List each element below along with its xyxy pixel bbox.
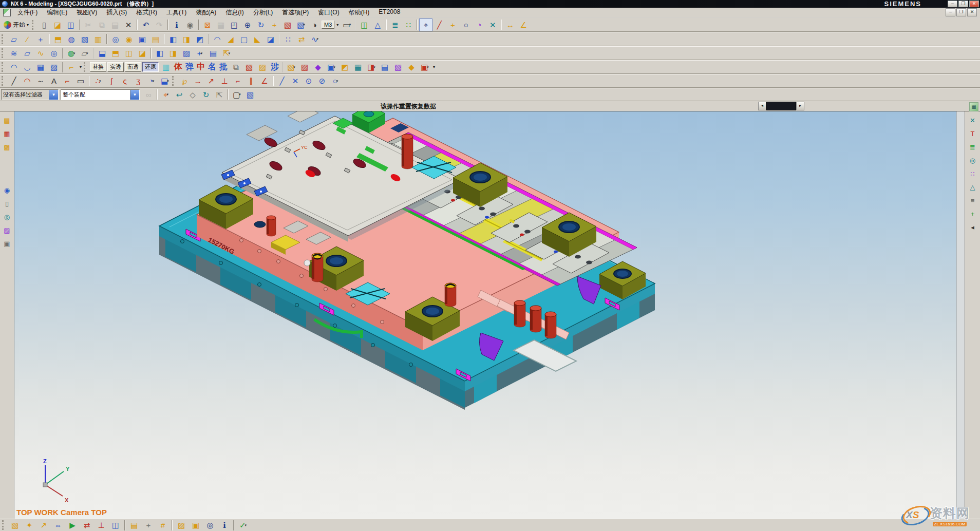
studio-surface-icon[interactable]: ▨ (47, 61, 61, 73)
thicken-icon[interactable]: ⬒ (109, 47, 122, 60)
close-window-icon[interactable]: ⊠ (201, 18, 214, 31)
palette-tab-icon[interactable]: ▨ (2, 224, 13, 236)
measure-distance-icon[interactable]: ↔ (503, 18, 517, 31)
list-rows-tab-icon[interactable]: ≣ (967, 141, 978, 153)
sketch-line-icon[interactable]: ╱ (275, 74, 289, 87)
scrollbar-thumb[interactable] (766, 102, 796, 110)
redo-icon[interactable]: ↷ (153, 18, 166, 31)
transform-icon[interactable]: △ (371, 18, 384, 31)
menu-item[interactable]: 编辑(E) (42, 8, 72, 17)
shell-icon[interactable]: ▢ (237, 33, 251, 46)
doc-restore-button[interactable]: ❐ (956, 8, 966, 16)
chamfer-icon[interactable]: ◢ (224, 33, 237, 46)
pyramid-tab-icon[interactable]: △ (967, 181, 978, 193)
rings-tab-icon[interactable]: ◎ (967, 155, 978, 166)
add-component-icon[interactable]: ▧ (8, 519, 22, 531)
draft-icon[interactable]: ◣ (251, 33, 264, 46)
edge-blend-icon[interactable]: ◠ (211, 33, 224, 46)
doc-close-button[interactable]: ✕ (967, 8, 977, 16)
corner-icon[interactable]: ⌐ (61, 74, 74, 87)
text-tool-tab-icon[interactable]: T (967, 128, 978, 139)
extrude-icon[interactable]: ⬒ (51, 33, 65, 46)
datum-csys-icon[interactable]: + (34, 33, 47, 46)
selection-scope-combo[interactable]: 整个装配 ▼ (61, 89, 140, 100)
green-plus-tab-icon[interactable]: + (967, 208, 978, 219)
display-cube-7-icon[interactable]: ◨▾ (365, 61, 378, 73)
clearance-analysis-icon[interactable]: ◎ (203, 519, 217, 531)
marquee-select-icon[interactable]: ▢▾ (230, 88, 243, 101)
info-window-icon[interactable]: ℹ (170, 18, 183, 31)
display-cube-6-icon[interactable]: ▦ (351, 61, 365, 73)
solid-transparent-button[interactable]: 实透 (107, 62, 124, 72)
revolve-icon[interactable]: ◍ (65, 33, 78, 46)
bounded-plane-icon[interactable]: ◠ (7, 61, 21, 73)
roles-tab-icon[interactable]: ▣ (2, 238, 13, 249)
clip-section-icon[interactable]: ▦ (969, 102, 978, 111)
datum-plane-icon[interactable]: ▱ (7, 33, 21, 46)
menu-item[interactable]: 信息(I) (221, 8, 248, 17)
display-cube-8-icon[interactable]: ▤ (378, 61, 391, 73)
zoom-in-icon[interactable]: ⊕ (241, 18, 254, 31)
snap-circle-icon[interactable]: ○ (459, 18, 473, 31)
snap-point-icon[interactable]: ⌖ (419, 18, 432, 31)
four-point-surface-icon[interactable]: ▦ (34, 61, 47, 73)
face-stripes-icon[interactable]: ▥ (159, 61, 173, 73)
text-icon[interactable]: A (47, 74, 61, 87)
toolbar-grip[interactable] (84, 62, 88, 72)
display-cube-5-icon[interactable]: ◩ (338, 61, 351, 73)
selection-filter-combo[interactable]: 没有选择过滤器 ▼ (1, 89, 59, 100)
link-icon[interactable]: ∞ (142, 88, 155, 101)
menu-item[interactable]: 分析(L) (249, 8, 278, 17)
fillet-curve-icon[interactable]: ʒ (131, 74, 145, 87)
variant-icon[interactable]: ▣ (189, 519, 203, 531)
menu-item[interactable]: 插入(S) (102, 8, 131, 17)
datum-axis-icon[interactable]: ∕ (21, 33, 34, 46)
exploded-views-icon[interactable]: ▤ (127, 519, 141, 531)
point-set-icon[interactable]: ∴▾ (91, 74, 105, 87)
face-transparent-button[interactable]: 面透 (125, 62, 141, 72)
remember-constraints-icon[interactable]: ◫ (108, 519, 123, 531)
measure-angle-icon[interactable]: ∠ (517, 18, 530, 31)
toolbar-grip[interactable] (172, 76, 176, 86)
move-component-icon[interactable]: ↗ (36, 519, 51, 531)
batch-button[interactable]: 批 (218, 62, 229, 72)
pan-cube-icon[interactable]: ⇱ (213, 88, 226, 101)
sew-icon[interactable]: ◫ (122, 47, 136, 60)
assembly-structure-icon[interactable]: ∷ (402, 18, 415, 31)
toolbar-grip[interactable] (2, 76, 6, 86)
circle-center-icon[interactable]: ⊙ (302, 74, 315, 87)
unite-icon[interactable]: ◧ (166, 33, 180, 46)
menu-item[interactable]: 首选项(P) (277, 8, 313, 17)
arrangements-icon[interactable]: # (156, 519, 170, 531)
pan-view-icon[interactable]: + (268, 18, 281, 31)
display-cube-11-icon[interactable]: ▣▾ (418, 61, 431, 73)
restore-button[interactable]: ❐ (958, 1, 968, 7)
copy-icon[interactable]: ⧉ (95, 18, 108, 31)
toolbar-grip[interactable] (32, 20, 36, 30)
vertical-scrollbar[interactable] (956, 111, 965, 519)
open-icon[interactable]: ◪ (51, 18, 64, 31)
display-cube-9-icon[interactable]: ▧ (391, 61, 405, 73)
project-curve-icon[interactable]: ⬓▾ (158, 74, 172, 87)
assembly-info-icon[interactable]: ℹ (217, 519, 232, 531)
undo-icon[interactable]: ↶ (139, 18, 153, 31)
replace-button[interactable]: 替换 (90, 62, 106, 72)
wave-geometry-linker-icon[interactable]: + (141, 519, 156, 531)
selection-filter-dropdown-icon[interactable]: ▼ (49, 90, 58, 100)
hole-icon[interactable]: ◎ (109, 33, 122, 46)
toolbar-grip[interactable] (2, 48, 6, 58)
snap-endpoint-icon[interactable]: ╱ (432, 18, 446, 31)
name-button[interactable]: 名 (206, 62, 218, 72)
assembly-constraints-icon[interactable]: ⊥ (94, 519, 108, 531)
display-cube-3-icon[interactable]: ◆ (311, 61, 325, 73)
undo-selection-icon[interactable]: ↩ (173, 88, 186, 101)
synchronous-modeling-icon[interactable]: ⇱▾ (220, 47, 233, 60)
doc-minimize-button[interactable]: – (946, 8, 955, 16)
display-cube-10-icon[interactable]: ◆ (405, 61, 418, 73)
curved-sheet-icon[interactable]: ◡ (21, 61, 34, 73)
menu-item[interactable]: ET2008 (374, 8, 405, 17)
bracket-icon[interactable]: ⌐ (65, 61, 78, 73)
parallel-icon[interactable]: ∥ (244, 74, 258, 87)
pad-icon[interactable]: ▤ (149, 33, 162, 46)
menu-item[interactable]: 视图(V) (72, 8, 102, 17)
